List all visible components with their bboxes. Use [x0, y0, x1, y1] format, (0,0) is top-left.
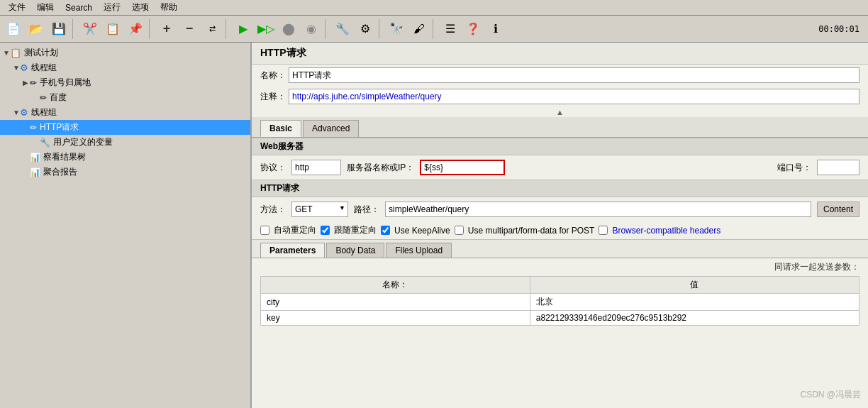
collapse-arrow[interactable]: ▲ [252, 107, 868, 117]
toolbar-sep-5 [379, 19, 383, 39]
method-select-wrap: GET POST PUT DELETE ▼ [291, 202, 348, 217]
protocol-input[interactable] [291, 160, 341, 175]
tree-item-user-vars[interactable]: 🔧 用户定义的变量 [0, 135, 250, 150]
table-row: city 北京 [261, 294, 859, 311]
main-layout: ▼ 📋 测试计划 ▼ ⚙ 线程组 ▶ ✏ 手机号归属地 ✏ 百度 ▼ ⚙ 线程组 [0, 43, 868, 408]
multipart-label: Use multipart/form-data for POST [468, 226, 595, 236]
toolbar-sep-3 [226, 19, 230, 39]
tree-item-mobile[interactable]: ▶ ✏ 手机号归属地 [0, 75, 250, 90]
tab-advanced[interactable]: Advanced [303, 120, 359, 137]
method-select[interactable]: GET POST PUT DELETE [291, 202, 348, 217]
thread-group-1-icon: ⚙ [20, 62, 28, 73]
tree-item-thread-group-1[interactable]: ▼ ⚙ 线程组 [0, 60, 250, 75]
toolbar-sep-2 [149, 19, 153, 39]
shears-button[interactable]: 🔧 [332, 18, 353, 40]
param-name-city: city [261, 294, 530, 311]
save-button[interactable]: 💾 [48, 18, 69, 40]
content-button[interactable]: Content [817, 202, 859, 217]
toolbar-sep-4 [325, 19, 329, 39]
start-no-pause-button[interactable]: ▶▷ [255, 18, 277, 40]
user-vars-label: 用户定义的变量 [53, 136, 113, 148]
method-path-row: 方法： GET POST PUT DELETE ▼ 路径： Content [252, 197, 868, 221]
sub-tab-files-upload[interactable]: Files Upload [386, 243, 452, 258]
menu-help[interactable]: 帮助 [155, 0, 183, 15]
list-button[interactable]: ☰ [440, 18, 461, 40]
timer-display: 00:00:01 [818, 24, 865, 34]
agg-report-icon: 📊 [30, 167, 40, 177]
tree-item-baidu[interactable]: ✏ 百度 [0, 90, 250, 105]
checkbox-row: 自动重定向 跟随重定向 Use KeepAlive Use multipart/… [252, 221, 868, 239]
tab-basic[interactable]: Basic [260, 120, 301, 137]
params-table-container: 名称： 值 city 北京 key a822129339146ed209ec27… [252, 276, 868, 326]
sub-tabs: Parameters Body Data Files Upload [252, 239, 868, 258]
params-table: 名称： 值 city 北京 key a822129339146ed209ec27… [260, 276, 859, 326]
menubar: 文件 编辑 Search 运行 选项 帮助 [0, 0, 868, 16]
tree-item-http-request[interactable]: ✏ HTTP请求 [0, 120, 250, 135]
open-button[interactable]: 📂 [26, 18, 47, 40]
menu-options[interactable]: 选项 [126, 0, 155, 15]
sub-tab-parameters[interactable]: Parameters [260, 243, 325, 258]
toolbar-sep-6 [433, 19, 437, 39]
cut-button[interactable]: ✂️ [79, 18, 101, 40]
auto-redirect-label: 自动重定向 [274, 224, 316, 236]
paint-button[interactable]: 🖌 [408, 18, 430, 40]
note-input[interactable] [289, 89, 859, 104]
port-input[interactable] [817, 160, 859, 175]
name-row: 名称： [252, 65, 868, 86]
keepalive-checkbox[interactable] [381, 226, 390, 235]
clear-button[interactable]: ⇄ [201, 18, 223, 40]
tree-item-thread-group-2[interactable]: ▼ ⚙ 线程组 [0, 105, 250, 120]
add-button[interactable]: + [156, 18, 177, 40]
panel-title: HTTP请求 [252, 43, 868, 65]
info-button[interactable]: ℹ [485, 18, 506, 40]
menu-search[interactable]: Search [60, 1, 98, 14]
left-panel: ▼ 📋 测试计划 ▼ ⚙ 线程组 ▶ ✏ 手机号归属地 ✏ 百度 ▼ ⚙ 线程组 [0, 43, 252, 408]
paste-button[interactable]: 📌 [125, 18, 146, 40]
shutdown-button[interactable]: ◉ [301, 18, 322, 40]
path-input[interactable] [385, 202, 811, 217]
sub-tab-body-data[interactable]: Body Data [326, 243, 384, 258]
function-button[interactable]: ⚙ [355, 18, 376, 40]
http-request-section-title: HTTP请求 [252, 180, 868, 197]
expand-icon-mobile: ▶ [23, 79, 30, 87]
col-value-header: 值 [530, 277, 859, 294]
toolbar: 📄 📂 💾 ✂️ 📋 📌 + − ⇄ ▶ ▶▷ ⬤ ◉ 🔧 ⚙ 🔭 🖌 ☰ ❓ … [0, 16, 868, 43]
remove-button[interactable]: − [179, 18, 200, 40]
expand-icon-tg1: ▼ [13, 64, 20, 72]
stop-button[interactable]: ⬤ [278, 18, 299, 40]
follow-redirect-label: 跟随重定向 [334, 224, 377, 236]
test-plan-icon: 📋 [10, 48, 21, 58]
follow-redirect-checkbox[interactable] [321, 226, 330, 235]
binoculars-button[interactable]: 🔭 [386, 18, 407, 40]
menu-edit[interactable]: 编辑 [31, 0, 60, 15]
baidu-label: 百度 [50, 92, 67, 104]
params-header-text: 同请求一起发送参数： [774, 262, 859, 272]
name-input[interactable] [289, 67, 859, 83]
menu-run[interactable]: 运行 [98, 0, 126, 15]
server-host-input[interactable] [420, 160, 505, 175]
http-request-icon: ✏ [30, 123, 37, 133]
thread-group-2-icon: ⚙ [20, 107, 28, 118]
tree-item-agg-report[interactable]: 📊 聚合报告 [0, 165, 250, 180]
http-request-label: HTTP请求 [40, 121, 79, 133]
menu-file[interactable]: 文件 [3, 0, 31, 15]
auto-redirect-checkbox[interactable] [260, 226, 269, 235]
thread-group-2-label: 线程组 [31, 106, 57, 118]
param-value-key: a822129339146ed209ec276c9513b292 [530, 311, 859, 326]
baidu-icon: ✏ [40, 93, 47, 103]
toolbar-sep-1 [72, 19, 77, 39]
help-btn[interactable]: ❓ [462, 18, 484, 40]
server-row: 协议： 服务器名称或IP： 端口号： [252, 155, 868, 180]
method-label: 方法： [260, 204, 286, 216]
new-button[interactable]: 📄 [3, 18, 24, 40]
browser-compat-checkbox[interactable] [599, 226, 608, 235]
start-button[interactable]: ▶ [233, 18, 254, 40]
thread-group-1-label: 线程组 [31, 62, 57, 74]
param-name-key: key [261, 311, 530, 326]
right-panel: HTTP请求 名称： 注释： ▲ Basic Advanced Web服务器 协… [252, 43, 868, 408]
copy-button[interactable]: 📋 [102, 18, 123, 40]
expand-icon-tg2: ▼ [13, 109, 20, 116]
tree-item-test-plan[interactable]: ▼ 📋 测试计划 [0, 45, 250, 60]
multipart-checkbox[interactable] [455, 226, 464, 235]
tree-item-view-results[interactable]: 📊 察看结果树 [0, 150, 250, 165]
